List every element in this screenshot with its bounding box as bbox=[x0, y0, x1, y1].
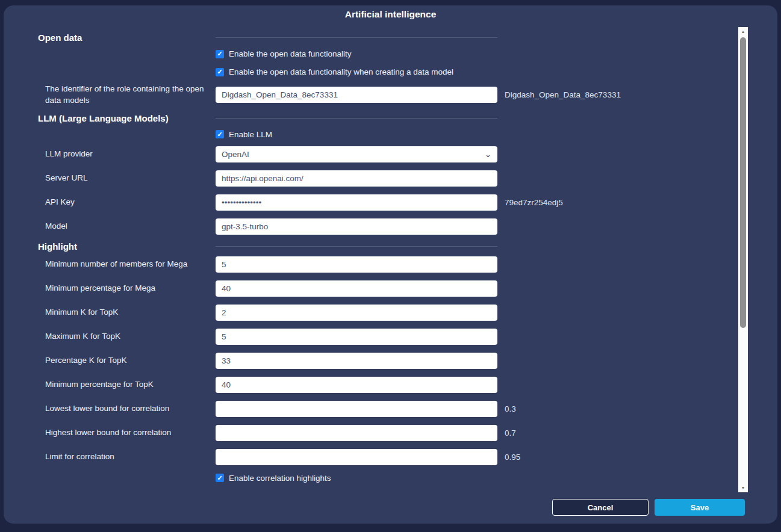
checkbox-label: Enable the open data functionality when … bbox=[229, 67, 453, 76]
checkbox-row: ✓Enable correlation highlights bbox=[216, 470, 497, 486]
select-value: OpenAI bbox=[222, 150, 249, 159]
section-divider bbox=[216, 246, 497, 247]
highest-lower-bound-correlation-input[interactable] bbox=[216, 425, 497, 441]
form-row: Minimum K for TopK bbox=[4, 305, 735, 321]
field-control bbox=[216, 87, 497, 103]
form-row: API Key79ed7zr254edj5 bbox=[4, 194, 735, 211]
field-label: API Key bbox=[38, 197, 208, 208]
field-label: Minimum K for TopK bbox=[38, 307, 208, 318]
checkbox-label: Enable the open data functionality bbox=[229, 49, 351, 58]
form-row: ✓Enable the open data functionality bbox=[4, 46, 735, 62]
checkbox-row: ✓Enable the open data functionality when… bbox=[216, 64, 497, 80]
field-control bbox=[216, 425, 497, 441]
ai-settings-dialog: Artificial intelligence Open data✓Enable… bbox=[4, 5, 777, 524]
form-row: ✓Enable correlation highlights bbox=[4, 470, 735, 486]
chevron-down-icon: ⌄ bbox=[485, 150, 491, 158]
section-header-open-data: Open data bbox=[38, 32, 208, 43]
form-row: Percentage K for TopK bbox=[4, 353, 735, 369]
form-row: ✓Enable the open data functionality when… bbox=[4, 64, 735, 80]
field-label: The identifier of the role containing th… bbox=[38, 84, 208, 107]
section-divider bbox=[216, 118, 497, 119]
section-header-highlight: Highlight bbox=[38, 241, 208, 252]
lowest-lower-bound-correlation-input[interactable] bbox=[216, 401, 497, 417]
field-control bbox=[216, 401, 497, 417]
min-percentage-topk-input[interactable] bbox=[216, 377, 497, 393]
field-control bbox=[216, 218, 497, 235]
form-row: Agent bbox=[4, 490, 735, 492]
form-row: Minimum percentage for TopK bbox=[4, 377, 735, 393]
field-control bbox=[216, 256, 497, 273]
field-control bbox=[216, 170, 497, 187]
checkbox-row: ✓Enable the open data functionality bbox=[216, 46, 497, 62]
page-background: Artificial intelligence Open data✓Enable… bbox=[0, 0, 781, 532]
field-control bbox=[216, 449, 497, 465]
checkbox-row: ✓Enable LLM bbox=[216, 126, 497, 143]
section-header-llm-large-language-models: LLM (Large Language Models) bbox=[38, 113, 208, 123]
field-control bbox=[216, 353, 497, 369]
settings-form: Open data✓Enable the open data functiona… bbox=[4, 24, 735, 492]
field-label: Model bbox=[38, 221, 208, 232]
limit-correlation-input[interactable] bbox=[216, 449, 497, 465]
percentage-k-topk-input[interactable] bbox=[216, 353, 497, 369]
form-row: Open data bbox=[4, 32, 735, 43]
vertical-scrollbar[interactable]: ▲ ▼ bbox=[738, 27, 748, 492]
field-control bbox=[216, 280, 497, 297]
enable-open-data-checkbox[interactable]: ✓ bbox=[216, 50, 224, 58]
field-label: Server URL bbox=[38, 173, 208, 184]
min-percentage-mega-input[interactable] bbox=[216, 280, 497, 297]
dialog-title: Artificial intelligence bbox=[4, 9, 777, 20]
field-label: Minimum number of members for Mega bbox=[38, 259, 208, 270]
llm-provider-select[interactable]: OpenAI⌄ bbox=[216, 146, 497, 162]
field-label: Highest lower bound for correlation bbox=[38, 427, 208, 439]
field-label: Lowest lower bound for correlation bbox=[38, 403, 208, 415]
min-k-topk-input[interactable] bbox=[216, 305, 497, 321]
form-row: Server URL bbox=[4, 170, 735, 187]
field-control bbox=[216, 305, 497, 321]
field-control bbox=[216, 329, 497, 345]
field-echo-value: 0.7 bbox=[505, 428, 735, 438]
scrollbar-up-icon[interactable]: ▲ bbox=[738, 28, 748, 36]
form-row: Lowest lower bound for correlation0.3 bbox=[4, 401, 735, 417]
form-row: Highlight bbox=[4, 241, 735, 252]
form-row: Highest lower bound for correlation0.7 bbox=[4, 425, 735, 441]
save-button[interactable]: Save bbox=[655, 499, 745, 516]
enable-correlation-highlights-checkbox[interactable]: ✓ bbox=[216, 474, 224, 482]
scrollbar-thumb[interactable] bbox=[740, 37, 746, 328]
form-row: LLM (Large Language Models) bbox=[4, 113, 735, 123]
dialog-footer: Cancel Save bbox=[552, 499, 745, 516]
scrollbar-down-icon[interactable]: ▼ bbox=[738, 484, 748, 492]
field-echo-value: Digdash_Open_Data_8ec73331 bbox=[505, 90, 735, 99]
form-row: LLM providerOpenAI⌄ bbox=[4, 146, 735, 162]
form-row: ✓Enable LLM bbox=[4, 126, 735, 143]
form-row: Model bbox=[4, 218, 735, 235]
open-data-role-input[interactable] bbox=[216, 87, 497, 103]
form-row: The identifier of the role containing th… bbox=[4, 84, 735, 107]
min-members-mega-input[interactable] bbox=[216, 256, 497, 273]
form-row: Limit for correlation0.95 bbox=[4, 449, 735, 465]
field-label: Percentage K for TopK bbox=[38, 355, 208, 367]
cancel-button[interactable]: Cancel bbox=[552, 499, 649, 516]
field-label: Maximum K for TopK bbox=[38, 331, 208, 342]
model-input[interactable] bbox=[216, 218, 497, 235]
field-label: LLM provider bbox=[38, 149, 208, 160]
field-control bbox=[216, 194, 497, 211]
api-key-input[interactable] bbox=[216, 194, 497, 211]
section-header-agent: Agent bbox=[38, 490, 208, 492]
field-label: Minimum percentage for TopK bbox=[38, 379, 208, 391]
field-label: Minimum percentage for Mega bbox=[38, 283, 208, 294]
field-echo-value: 79ed7zr254edj5 bbox=[505, 198, 735, 207]
field-control bbox=[216, 377, 497, 393]
field-echo-value: 0.95 bbox=[505, 453, 735, 462]
form-row: Minimum number of members for Mega bbox=[4, 256, 735, 273]
section-divider bbox=[216, 37, 497, 38]
server-url-input[interactable] bbox=[216, 170, 497, 187]
form-row: Minimum percentage for Mega bbox=[4, 280, 735, 297]
field-control: OpenAI⌄ bbox=[216, 146, 497, 162]
field-label: Limit for correlation bbox=[38, 451, 208, 463]
enable-open-data-datamodel-checkbox[interactable]: ✓ bbox=[216, 68, 224, 76]
enable-llm-checkbox[interactable]: ✓ bbox=[216, 130, 224, 138]
max-k-topk-input[interactable] bbox=[216, 329, 497, 345]
checkbox-label: Enable LLM bbox=[229, 130, 272, 139]
checkbox-label: Enable correlation highlights bbox=[229, 474, 331, 483]
form-row: Maximum K for TopK bbox=[4, 329, 735, 345]
